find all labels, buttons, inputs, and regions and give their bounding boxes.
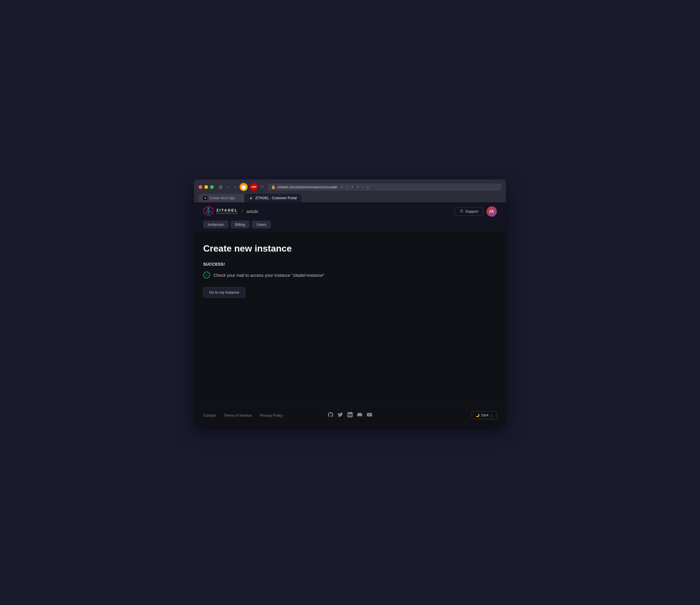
success-message: ✓ Check your mail to access your instanc…	[203, 272, 497, 278]
footer-inner: Contact Terms of Service Privacy Policy	[203, 411, 497, 419]
sub-nav: Instances Billing Users	[194, 221, 506, 232]
twitter-icon[interactable]	[338, 412, 343, 419]
users-nav-button[interactable]: Users	[252, 221, 271, 228]
youtube-icon[interactable]	[367, 412, 372, 419]
tab-zitadel-portal[interactable]: ⚡ ZITADEL · Customer Portal	[244, 194, 301, 202]
lock-icon: 🔒	[271, 185, 276, 189]
go-to-instance-label: Go to my instance	[209, 290, 239, 295]
success-text: Check your mail to access your instance …	[214, 273, 325, 278]
tab-create-next-app[interactable]: N Create Next App	[199, 194, 244, 202]
github-icon[interactable]	[328, 412, 333, 419]
main-content: Create new instance SUCCESS! ✓ Check you…	[194, 232, 506, 405]
billing-label: Billing	[235, 222, 245, 227]
instances-nav-button[interactable]: Instances	[203, 221, 228, 228]
go-to-instance-button[interactable]: Go to my instance	[203, 287, 245, 298]
share-icon[interactable]: ⬆	[356, 185, 359, 189]
theme-moon-icon: 🌙	[475, 413, 480, 417]
linkedin-icon[interactable]	[347, 412, 353, 419]
maximize-traffic-light[interactable]	[210, 185, 214, 189]
logo-text-area: ZITADEL Customerportal	[216, 208, 238, 215]
theme-chevron-icon: ⌄	[490, 413, 493, 417]
divider-slash: /	[242, 208, 243, 215]
billing-nav-button[interactable]: Billing	[231, 221, 250, 228]
back-button[interactable]: ‹	[226, 184, 230, 190]
forward-button[interactable]: ›	[233, 184, 237, 190]
minimize-traffic-light[interactable]	[204, 185, 208, 189]
support-icon: ⏱	[459, 209, 463, 213]
footer-links-left: Contact Terms of Service Privacy Policy	[203, 413, 283, 418]
logo-area: ZITADEL Customerportal	[203, 206, 238, 217]
top-nav: ZITADEL Customerportal / anlubi ⏱ Suppor…	[194, 202, 506, 221]
avatar-initials: ZA	[490, 209, 494, 213]
privacy-link[interactable]: Privacy Policy	[260, 413, 283, 418]
url-text: zitadel.cloud/admin/instances/create	[277, 185, 338, 189]
footer: Contact Terms of Service Privacy Policy	[194, 405, 506, 426]
grid-icon[interactable]: ⊞	[366, 185, 370, 189]
support-label: Support	[465, 209, 478, 213]
logo-subtitle: Customerportal	[216, 212, 238, 215]
close-traffic-light[interactable]	[199, 185, 202, 189]
theme-label: Dark	[481, 413, 489, 417]
tab-label-2: ZITADEL · Customer Portal	[255, 196, 297, 200]
refresh-icon[interactable]: ↻	[345, 185, 349, 189]
address-bar[interactable]: 🔒 zitadel.cloud/admin/instances/create ⇄…	[268, 183, 501, 191]
translate-icon[interactable]: ⇄	[340, 185, 343, 189]
contact-link[interactable]: Contact	[203, 413, 216, 418]
shield-icon: 🛡	[260, 184, 264, 189]
adblock-icon: ABP	[250, 183, 258, 191]
zitadel-logo	[203, 206, 214, 217]
tab-label-1: Create Next App	[209, 196, 235, 200]
zitadel-tab-icon: ⚡	[249, 196, 253, 200]
browser-chrome: ⊞ ‹ › ⬤ ABP 🛡 🔒 zitadel.cloud/admin/inst…	[194, 179, 506, 202]
footer-right: 🌙 Dark ⌄	[465, 411, 497, 419]
address-bar-actions: ⇄ ↻ ⬇ ⬆ + ⊞	[340, 185, 370, 189]
app-container: ZITADEL Customerportal / anlubi ⏱ Suppor…	[194, 202, 506, 426]
logo-name: ZITADEL	[216, 208, 238, 212]
page-title: Create new instance	[203, 243, 497, 254]
download-icon[interactable]: ⬇	[351, 185, 354, 189]
browser-tabs: N Create Next App ⚡ ZITADEL · Customer P…	[199, 194, 501, 202]
theme-switcher-button[interactable]: 🌙 Dark ⌄	[472, 411, 497, 419]
org-name: anlubi	[246, 209, 258, 214]
footer-social-icons	[328, 412, 372, 419]
instances-label: Instances	[208, 222, 224, 227]
support-button[interactable]: ⏱ Support	[455, 207, 483, 216]
avatar[interactable]: ZA	[486, 206, 497, 217]
terms-link[interactable]: Terms of Service	[224, 413, 252, 418]
sidebar-toggle-button[interactable]: ⊞	[217, 184, 224, 190]
browser-controls: ⊞ ‹ › ⬤ ABP 🛡	[217, 183, 264, 191]
users-label: Users	[256, 222, 266, 227]
traffic-lights	[199, 185, 214, 189]
browser-titlebar: ⊞ ‹ › ⬤ ABP 🛡 🔒 zitadel.cloud/admin/inst…	[199, 183, 501, 191]
browser-window: ⊞ ‹ › ⬤ ABP 🛡 🔒 zitadel.cloud/admin/inst…	[194, 179, 506, 426]
add-tab-icon[interactable]: +	[362, 185, 364, 189]
firefox-icon: ⬤	[240, 183, 248, 191]
next-icon: N	[203, 196, 207, 200]
success-label: SUCCESS!	[203, 262, 497, 267]
success-check-icon: ✓	[203, 272, 210, 278]
discord-icon[interactable]	[357, 412, 362, 419]
